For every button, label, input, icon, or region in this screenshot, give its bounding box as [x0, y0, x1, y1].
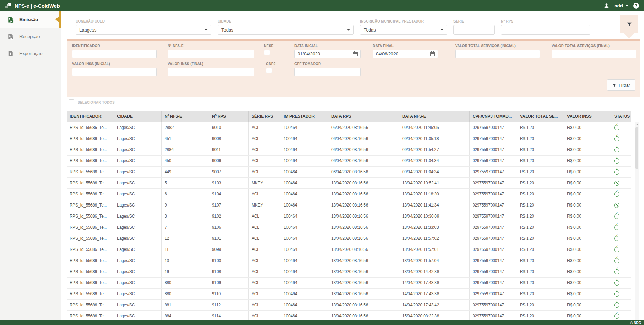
cell-valor_inss: R$ 0,00 [564, 266, 611, 277]
table-row[interactable]: RPS_Id_55686_Te...Lages/SC4509006ACL1004… [67, 156, 631, 167]
table-row[interactable]: RPS_Id_55686_Te...Lages/SC8819112ACL1004… [67, 300, 631, 311]
table-row[interactable]: RPS_Id_55686_Te...Lages/SC79106ACL100464… [67, 222, 631, 233]
identificador-input[interactable] [72, 50, 157, 58]
valor-total-final-input[interactable] [552, 50, 636, 58]
n-rps-input[interactable] [501, 25, 590, 35]
data-inicial-value: 01/04/2020 [298, 51, 353, 56]
cell-nfse: 2882 [162, 122, 209, 133]
cell-valor_total: R$ 1,20 [517, 189, 564, 200]
export-document-icon [7, 50, 14, 57]
table-row[interactable]: RPS_Id_55686_Te...Lages/SC8849114ACL1004… [67, 311, 631, 320]
table-row[interactable]: RPS_Id_55686_Te...Lages/SC139100ACL10046… [67, 255, 631, 266]
status-cancelled-icon [614, 181, 619, 186]
user-menu[interactable]: ndd [614, 3, 623, 8]
scrollbar-thumb[interactable] [635, 127, 638, 169]
data-final-input[interactable]: 04/06/2020 [373, 50, 438, 58]
cell-rps: 9007 [209, 167, 249, 177]
cell-data_nfse: 13/04/2020 11:18:20 [399, 189, 470, 200]
table-row[interactable]: RPS_Id_55686_Te...Lages/SC4519008ACL1004… [67, 133, 631, 144]
table-row[interactable]: RPS_Id_55686_Te...Lages/SC129101ACL10046… [67, 233, 631, 244]
scroll-up-icon[interactable] [636, 124, 639, 125]
cell-valor_inss: R$ 0,00 [564, 211, 611, 222]
inscricao-select[interactable]: Todas [360, 25, 447, 35]
table-row[interactable]: RPS_Id_55686_Te...Lages/SC99107MKEY10046… [67, 200, 631, 211]
conexao-cold-select[interactable]: Laagess [76, 25, 211, 35]
valor-inss-final-label: VALOR INSS (FINAL) [168, 62, 254, 66]
cell-status [611, 144, 631, 155]
column-header-valor_total[interactable]: VALOR TOTAL SE... [517, 111, 564, 122]
valor-inss-inicial-input[interactable] [72, 68, 157, 76]
table-row[interactable]: RPS_Id_55686_Te...Lages/SC8809109ACL1004… [67, 278, 631, 289]
cell-rps: 9099 [209, 244, 249, 255]
sidebar-item-label: Exportação [19, 51, 42, 56]
cell-nfse: 880 [162, 278, 209, 288]
cell-data_rps: 13/04/2020 08:16:56 [328, 244, 399, 255]
select-all-checkbox[interactable] [69, 99, 74, 105]
column-header-cpf[interactable]: CPF/CNPJ TOMAD... [470, 111, 517, 122]
identificador-label: IDENTIFICADOR [72, 44, 157, 48]
column-header-serie[interactable]: SÉRIE RPS [249, 111, 281, 122]
column-header-im[interactable]: IM PRESTADOR [281, 111, 328, 122]
column-header-identificador[interactable]: IDENTIFICADOR [67, 111, 114, 122]
table-row[interactable]: RPS_Id_55686_Te...Lages/SC69104ACL100464… [67, 189, 631, 200]
cell-data_rps: 13/04/2020 08:16:56 [328, 289, 399, 299]
valor-total-inicial-input[interactable] [455, 50, 540, 58]
data-inicial-input[interactable]: 01/04/2020 [294, 50, 361, 58]
cell-status [611, 311, 631, 320]
sidebar-item-emissao[interactable]: Emissão [0, 11, 61, 28]
cell-im: 100464 [281, 178, 328, 188]
table-row[interactable]: RPS_Id_55686_Te...Lages/SC4499007ACL1004… [67, 167, 631, 178]
table-row[interactable]: RPS_Id_55686_Te...Lages/SC28829010ACL100… [67, 122, 631, 133]
cell-data_rps: 06/04/2020 08:16:56 [328, 156, 399, 166]
sidebar-item-exportacao[interactable]: Exportação [0, 45, 61, 62]
table-row[interactable]: RPS_Id_55686_Te...Lages/SC8809110ACL1004… [67, 289, 631, 300]
data-final-field: DATA FINAL 04/06/2020 [373, 44, 438, 58]
column-header-data_rps[interactable]: DATA RPS [328, 111, 399, 122]
n-nfse-input[interactable] [168, 50, 254, 58]
cpf-tomador-label: CPF TOMADOR [294, 62, 361, 66]
column-header-cidade[interactable]: CIDADE [114, 111, 162, 122]
cell-im: 100464 [281, 244, 328, 255]
status-success-icon [614, 269, 619, 274]
table-row[interactable]: RPS_Id_55686_Te...Lages/SC39102ACL100464… [67, 211, 631, 222]
column-header-nfse[interactable]: Nº NFS-E [162, 111, 209, 122]
cell-nfse: 6 [162, 189, 209, 200]
cpf-tomador-input[interactable] [294, 68, 361, 76]
nfse-checkbox[interactable] [264, 50, 270, 55]
cell-status [611, 289, 631, 299]
cell-cpf: 02975597000147 [470, 266, 517, 277]
table-row[interactable]: RPS_Id_55686_Te...Lages/SC199108ACL10046… [67, 266, 631, 278]
status-success-icon [614, 158, 619, 164]
cell-valor_inss: R$ 0,00 [564, 133, 611, 144]
cell-serie: ACL [249, 300, 281, 310]
column-header-data_nfse[interactable]: DATA NFS-E [399, 111, 470, 122]
column-header-rps[interactable]: Nº RPS [209, 111, 249, 122]
serie-label: SÉRIE [453, 19, 495, 23]
column-header-valor_inss[interactable]: VALOR INSS [564, 111, 611, 122]
cell-valor_inss: R$ 0,00 [564, 311, 611, 320]
cell-valor_inss: R$ 0,00 [564, 244, 611, 255]
cell-status [611, 266, 631, 277]
table-row[interactable]: RPS_Id_55686_Te...Lages/SC119099ACL10046… [67, 244, 631, 255]
filtrar-button[interactable]: Filtrar [607, 79, 635, 91]
table-row[interactable]: RPS_Id_55686_Te...Lages/SC59103MKEY10046… [67, 178, 631, 189]
cidade-select[interactable]: Todas [218, 25, 354, 35]
table-row[interactable]: RPS_Id_55686_Te...Lages/SC28849011ACL100… [67, 144, 631, 156]
cell-nfse: 12 [162, 233, 209, 244]
valor-inss-final-input[interactable] [168, 68, 254, 76]
sidebar-item-label: Recepção [19, 34, 40, 39]
cell-data_nfse: 13/04/2020 10:30:09 [399, 211, 470, 222]
filter-toggle-button[interactable] [620, 15, 638, 33]
cell-valor_total: R$ 1,20 [517, 255, 564, 266]
help-icon[interactable] [633, 3, 639, 9]
conexao-cold-field: CONEXÃO COLD Laagess [76, 19, 211, 35]
cnpj-checkbox[interactable] [266, 68, 272, 73]
cell-identificador: RPS_Id_55686_Te... [67, 222, 114, 233]
vertical-scrollbar[interactable] [635, 122, 639, 320]
cell-status [611, 156, 631, 166]
column-header-status[interactable]: STATUS [611, 111, 631, 122]
cell-valor_total: R$ 1,20 [517, 278, 564, 288]
sidebar-item-recepcao[interactable]: Recepção [0, 28, 61, 45]
cell-cidade: Lages/SC [114, 233, 162, 244]
serie-input[interactable] [453, 25, 495, 35]
